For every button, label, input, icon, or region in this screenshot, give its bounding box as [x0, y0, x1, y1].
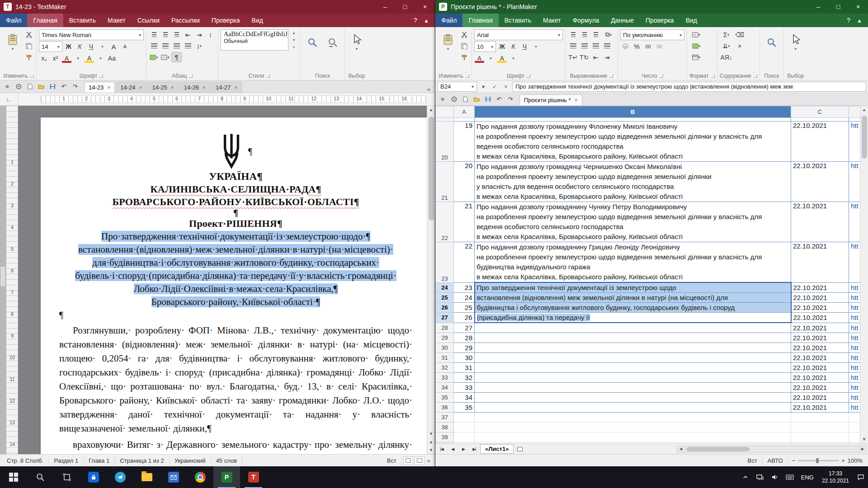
zoom-out-button[interactable]: −	[792, 457, 796, 464]
cell-c[interactable]: 22.10.2021	[791, 313, 849, 323]
cell-style-button[interactable]: ▾	[689, 52, 703, 62]
font-color-button[interactable]: А	[474, 53, 485, 63]
hidden-icons-button[interactable]	[739, 466, 752, 488]
cell-b[interactable]: Про надання дозволу громадянину Чуняку П…	[475, 202, 791, 242]
confirm-entry-button[interactable]: ✓	[490, 82, 500, 92]
doc-tab-14-25[interactable]: 14-25×	[148, 82, 179, 93]
align-justify-button[interactable]	[602, 41, 612, 51]
cell-c[interactable]: 22.10.2021	[791, 202, 849, 242]
percent-format-button[interactable]: %	[632, 41, 642, 52]
previous-sheet-button[interactable]: ◀	[448, 445, 458, 454]
dialog-launcher-icon[interactable]	[711, 74, 715, 78]
cell-c[interactable]: 22.10.2021	[791, 242, 849, 283]
outline-list-button[interactable]	[171, 29, 182, 40]
cell-a[interactable]: 21	[454, 202, 475, 242]
sheet-tab-list1[interactable]: «Лист1»	[480, 444, 514, 454]
minimize-button[interactable]: –	[808, 0, 828, 14]
row-header[interactable]: 22	[436, 202, 454, 242]
cell-b[interactable]	[475, 442, 791, 443]
merge-cells-button[interactable]: ⧉▾	[602, 29, 615, 40]
cell-c[interactable]	[791, 432, 849, 442]
doc-tab-14-26[interactable]: 14-26×	[179, 82, 210, 93]
textmaker-titlebar[interactable]: T 14-23 - TextMaker – □ ×	[0, 0, 435, 14]
menu-Рассылки[interactable]: Рассылки	[165, 14, 206, 27]
align-justify-button[interactable]	[183, 41, 193, 51]
cell-d[interactable]: htt	[849, 333, 860, 343]
cell-a[interactable]: 31	[454, 362, 475, 372]
cell-d[interactable]	[849, 118, 860, 122]
cell-c[interactable]: 22.10.2021	[791, 382, 849, 392]
cell-b[interactable]: Про надання дозволу громадянці Чернишенк…	[475, 162, 791, 202]
select-tool-button[interactable]: ▾	[786, 29, 805, 56]
cell-c[interactable]: 22.10.2021	[791, 162, 849, 202]
first-sheet-button[interactable]: |◀	[437, 445, 447, 454]
cell-c[interactable]	[791, 442, 849, 443]
cell-a[interactable]: 29	[454, 343, 475, 352]
menu-Вид[interactable]: Вид	[680, 14, 703, 27]
cell-c[interactable]: 22.10.2021	[791, 282, 849, 293]
status-segment[interactable]: 45 слов	[211, 456, 242, 465]
underline-button[interactable]: Ч	[86, 42, 96, 52]
font-name-combo[interactable]: Times New Roman	[39, 29, 144, 40]
doc-body-paragraph-1[interactable]: Розглянувши,· розроблену· ФОП· Мінова· Л…	[59, 324, 412, 436]
replace-button[interactable]	[323, 29, 342, 56]
cell-d[interactable]: htt	[849, 402, 860, 412]
cell-a[interactable]: 26	[454, 313, 475, 323]
doc-tab-14-24[interactable]: 14-24×	[116, 82, 146, 93]
insert-mode-indicator[interactable]: Вст	[742, 456, 762, 465]
cell-a[interactable]: 23	[454, 282, 475, 293]
style-preview-box[interactable]: AaBbCcDdEeFfGgHhIiJj Обычный	[221, 29, 288, 51]
cell-c[interactable]: 22.10.2021	[791, 362, 849, 372]
paste-button[interactable]: ▾	[3, 29, 22, 56]
cell-a[interactable]	[454, 422, 475, 432]
cell-c[interactable]: 22.10.2021	[791, 372, 849, 382]
row-header[interactable]: 31	[436, 352, 454, 362]
cell-a[interactable]: 25	[454, 303, 475, 313]
column-header-d[interactable]	[849, 106, 860, 118]
selected-text-line[interactable]: Броварського·району,·Київської·області·¶	[59, 296, 412, 309]
borders-button[interactable]: ▾	[160, 52, 170, 62]
help-button[interactable]: ?	[844, 17, 854, 24]
cell-d[interactable]: htt	[849, 162, 860, 202]
menu-Формула[interactable]: Формула	[567, 14, 605, 27]
align-right-button[interactable]	[590, 41, 601, 51]
underline-options-caret[interactable]: ▾	[531, 42, 541, 52]
cell-b[interactable]	[475, 118, 791, 122]
cell-d[interactable]	[849, 412, 860, 422]
styles-up-button[interactable]: ▴	[290, 29, 298, 36]
touch-mode-icon[interactable]	[448, 94, 459, 104]
dialog-launcher-icon[interactable]	[30, 74, 34, 78]
fill-color-button[interactable]: ▾	[689, 41, 703, 51]
view-mode-normal-button[interactable]	[403, 456, 413, 465]
cell-b[interactable]: (присадибна ділянка) та передачу її	[475, 313, 791, 323]
vertical-ruler[interactable]: 1234567891011121314	[6, 106, 18, 454]
menu-Вставить[interactable]: Вставить	[499, 14, 537, 27]
doc-tab-14-23[interactable]: 14-23×	[84, 82, 115, 93]
decrease-indent-button[interactable]: ⇤	[183, 29, 193, 40]
status-segment[interactable]: Стр. 8 Столб.	[2, 456, 49, 465]
cell-c[interactable]	[791, 118, 849, 122]
close-tab-icon[interactable]: ×	[171, 84, 174, 91]
cell-c[interactable]: 22.10.2021	[791, 402, 849, 412]
next-sheet-button[interactable]: ▶	[458, 445, 468, 454]
close-tab-icon[interactable]: ×	[107, 84, 110, 91]
close-tab-icon[interactable]: ×	[575, 97, 578, 103]
cell-b[interactable]	[475, 362, 791, 372]
network-tray-icon[interactable]	[752, 466, 768, 488]
cell-a[interactable]: 30	[454, 352, 475, 362]
increase-indent-button[interactable]: ⇥	[194, 29, 204, 40]
cell-c[interactable]: 22.10.2021	[791, 323, 849, 333]
dialog-launcher-icon[interactable]	[466, 74, 469, 78]
paste-button[interactable]: ▾	[439, 29, 458, 56]
cancel-entry-button[interactable]: ×	[501, 82, 511, 92]
select-tool-button[interactable]: ▾	[347, 29, 366, 56]
italic-button[interactable]: К	[508, 42, 519, 52]
menu-Макет[interactable]: Макет	[537, 14, 567, 27]
new-document-button[interactable]	[24, 81, 35, 92]
cell-b[interactable]: встановлення (відновлення) меж земельної…	[475, 293, 791, 303]
cell-d[interactable]: htt	[849, 303, 860, 313]
row-header[interactable]: 29	[436, 333, 454, 343]
row-header[interactable]: 24	[436, 282, 454, 293]
close-tab-icon[interactable]: ×	[203, 84, 206, 91]
zoom-level[interactable]: 100%	[848, 457, 863, 464]
